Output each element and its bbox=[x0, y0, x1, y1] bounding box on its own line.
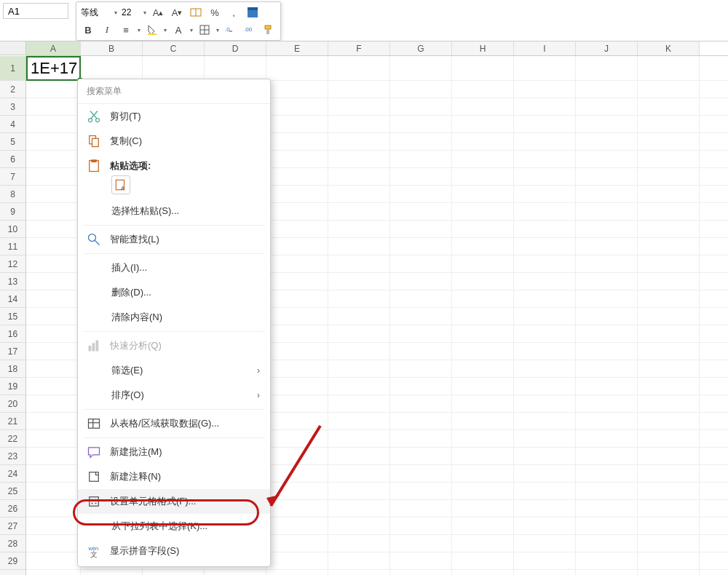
column-header[interactable]: D bbox=[205, 41, 266, 55]
menu-delete[interactable]: 删除(D)... bbox=[78, 280, 270, 305]
svg-line-23 bbox=[95, 240, 99, 245]
row-header[interactable]: 12 bbox=[0, 255, 25, 273]
column-header[interactable]: A bbox=[26, 41, 81, 55]
table-format-icon[interactable] bbox=[245, 5, 260, 20]
column-header[interactable]: B bbox=[81, 41, 143, 55]
menu-filter[interactable]: 筛选(E)› bbox=[78, 358, 270, 383]
row-header[interactable]: 7 bbox=[0, 168, 25, 186]
bold-button[interactable]: B bbox=[81, 23, 95, 37]
font-color-icon[interactable]: A bbox=[171, 23, 186, 37]
column-header[interactable]: E bbox=[266, 41, 328, 55]
svg-text:文: 文 bbox=[90, 550, 98, 558]
row-header[interactable]: 27 bbox=[0, 518, 25, 535]
column-header[interactable]: F bbox=[328, 41, 390, 55]
row-header[interactable]: 24 bbox=[0, 465, 25, 483]
row-header[interactable]: 14 bbox=[0, 290, 25, 308]
row-header[interactable]: 26 bbox=[0, 500, 25, 518]
row-header[interactable]: 19 bbox=[0, 378, 25, 395]
row-header[interactable]: 18 bbox=[0, 360, 25, 378]
format-painter-icon[interactable] bbox=[261, 23, 276, 37]
column-header[interactable]: I bbox=[514, 41, 576, 55]
merge-icon[interactable] bbox=[189, 5, 203, 20]
decrease-font-icon[interactable]: A▾ bbox=[170, 5, 184, 20]
clipboard-icon bbox=[87, 159, 101, 173]
svg-line-14 bbox=[91, 111, 98, 119]
menu-get-data[interactable]: 从表格/区域获取数据(G)... bbox=[78, 411, 270, 436]
column-header[interactable]: J bbox=[576, 41, 638, 55]
font-size-select[interactable] bbox=[122, 7, 139, 17]
svg-rect-31 bbox=[90, 497, 99, 507]
svg-point-34 bbox=[92, 503, 93, 504]
row-header[interactable]: 28 bbox=[0, 535, 25, 552]
svg-point-12 bbox=[89, 119, 92, 122]
menu-cut[interactable]: 剪切(T) bbox=[78, 104, 270, 129]
svg-point-33 bbox=[95, 499, 97, 501]
svg-rect-30 bbox=[90, 472, 99, 482]
menu-format-cells[interactable]: 设置单元格格式(F)... bbox=[78, 489, 270, 514]
italic-button[interactable]: I bbox=[100, 23, 114, 37]
border-icon[interactable] bbox=[197, 23, 212, 37]
menu-new-comment[interactable]: 新建批注(M) bbox=[78, 440, 270, 464]
scissors-icon bbox=[87, 109, 101, 124]
svg-rect-19 bbox=[91, 159, 97, 162]
row-header[interactable]: 11 bbox=[0, 238, 25, 255]
table-icon bbox=[87, 416, 101, 431]
row-header[interactable]: 25 bbox=[0, 483, 25, 500]
row-header[interactable]: 8 bbox=[0, 186, 25, 203]
row-header[interactable]: 3 bbox=[0, 98, 25, 116]
row-header[interactable]: 9 bbox=[0, 203, 25, 221]
fill-color-icon[interactable] bbox=[145, 23, 159, 37]
row-header[interactable]: 17 bbox=[0, 343, 25, 360]
row-header[interactable]: 20 bbox=[0, 395, 25, 413]
menu-show-pinyin[interactable]: wén文 显示拼音字段(S) bbox=[78, 539, 270, 563]
svg-point-13 bbox=[96, 119, 100, 122]
active-cell[interactable]: 1E+17 bbox=[26, 56, 81, 81]
row-header[interactable]: 2 bbox=[0, 81, 25, 98]
column-header[interactable]: H bbox=[452, 41, 514, 55]
menu-new-note[interactable]: 新建注释(N) bbox=[78, 464, 270, 489]
quick-analysis-icon bbox=[87, 338, 101, 353]
svg-text:.00: .00 bbox=[244, 26, 253, 33]
align-icon[interactable]: ≡ bbox=[119, 23, 133, 37]
menu-dropdown-list[interactable]: 从下拉列表中选择(K)... bbox=[78, 514, 270, 539]
svg-rect-10 bbox=[265, 25, 271, 29]
row-header[interactable]: 16 bbox=[0, 325, 25, 343]
svg-rect-11 bbox=[266, 29, 269, 34]
mini-toolbar: ▾ ▾ A▴ A▾ % , B I ≡▾ ▾ A▾ ▾ .0 .00 bbox=[76, 1, 281, 41]
decrease-decimal-icon[interactable]: .0 bbox=[223, 23, 238, 37]
percent-icon[interactable]: % bbox=[207, 5, 222, 20]
menu-copy[interactable]: 复制(C) bbox=[78, 129, 270, 154]
menu-insert[interactable]: 插入(I)... bbox=[78, 255, 270, 280]
row-header[interactable]: 4 bbox=[0, 116, 25, 133]
menu-paste-options-header: 粘贴选项: bbox=[78, 154, 270, 178]
menu-smart-lookup[interactable]: 智能查找(L) bbox=[78, 227, 270, 252]
chevron-right-icon: › bbox=[257, 390, 260, 400]
menu-clear[interactable]: 清除内容(N) bbox=[78, 305, 270, 330]
row-header[interactable]: 21 bbox=[0, 413, 25, 430]
svg-rect-25 bbox=[92, 343, 95, 351]
font-name-select[interactable] bbox=[81, 7, 110, 17]
row-header[interactable]: 13 bbox=[0, 273, 25, 290]
menu-quick-analysis: 快速分析(Q) bbox=[78, 333, 270, 358]
svg-rect-27 bbox=[89, 419, 100, 429]
comma-icon[interactable]: , bbox=[226, 5, 241, 20]
increase-decimal-icon[interactable]: .00 bbox=[242, 23, 257, 37]
row-header[interactable]: 29 bbox=[0, 552, 25, 570]
svg-text:A: A bbox=[121, 185, 125, 191]
row-header[interactable]: 15 bbox=[0, 308, 25, 325]
row-header[interactable]: 5 bbox=[0, 133, 25, 151]
row-header[interactable]: 1 bbox=[0, 56, 25, 81]
menu-sort[interactable]: 排序(O)› bbox=[78, 383, 270, 408]
column-header[interactable]: G bbox=[390, 41, 452, 55]
column-header[interactable]: C bbox=[143, 41, 205, 55]
row-header[interactable]: 6 bbox=[0, 151, 25, 168]
row-header[interactable]: 22 bbox=[0, 430, 25, 448]
column-header[interactable]: K bbox=[638, 41, 700, 55]
row-header[interactable]: 30 bbox=[0, 570, 25, 575]
row-header[interactable]: 23 bbox=[0, 448, 25, 465]
menu-paste-special[interactable]: 选择性粘贴(S)... bbox=[78, 199, 270, 223]
increase-font-icon[interactable]: A▴ bbox=[151, 5, 165, 20]
name-box[interactable] bbox=[3, 3, 68, 19]
menu-search[interactable]: 搜索菜单 bbox=[78, 79, 270, 104]
row-header[interactable]: 10 bbox=[0, 221, 25, 238]
